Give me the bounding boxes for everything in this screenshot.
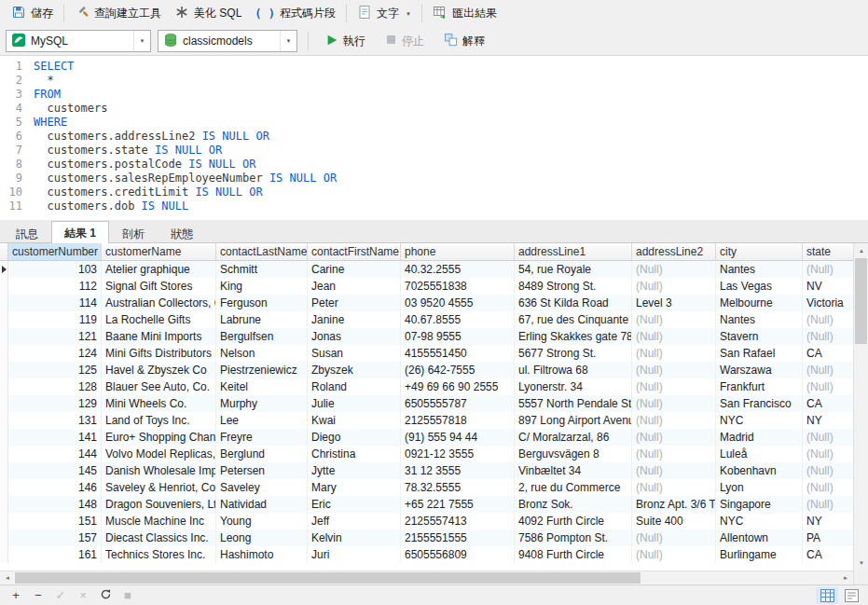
cell-addressLine2[interactable]: (Null) [632,261,716,278]
cell-addressLine1[interactable]: 9408 Furth Circle [515,546,632,563]
cell-customerNumber[interactable]: 119 [8,311,102,328]
cell-addressLine2[interactable]: (Null) [632,429,716,446]
cell-state[interactable]: CA [803,345,853,362]
cell-customerName[interactable]: Baane Mini Imports [102,328,216,345]
cell-addressLine1[interactable]: 636 St Kilda Road [515,295,632,311]
cell-phone[interactable]: 07-98 9555 [401,328,515,345]
cell-city[interactable]: NYC [716,412,803,429]
cell-customerName[interactable]: Dragon Souveniers, Ltd. [102,496,216,513]
cell-addressLine1[interactable]: ul. Filtrowa 68 [515,362,632,378]
cell-city[interactable]: Nantes [716,261,803,278]
cell-contactFirstName[interactable]: Zbyszek [308,362,401,378]
cell-contactFirstName[interactable]: Kelvin [308,529,401,546]
cell-city[interactable]: Kobenhavn [716,462,803,479]
cell-customerNumber[interactable]: 128 [8,378,102,395]
cell-state[interactable]: (Null) [803,479,853,496]
cell-customerNumber[interactable]: 114 [8,295,102,311]
cell-contactFirstName[interactable]: Carine [308,261,401,278]
cell-customerNumber[interactable]: 157 [8,529,102,546]
cell-addressLine1[interactable]: Bronz Sok. [515,496,632,513]
cell-phone[interactable]: (91) 555 94 44 [401,429,515,446]
table-row[interactable]: 146Saveley & Henriot, Co.SaveleyMary78.3… [0,479,853,496]
cell-contactLastName[interactable]: Ferguson [216,295,308,311]
cell-phone[interactable]: 40.32.2555 [401,261,515,278]
cell-addressLine2[interactable]: (Null) [632,328,716,345]
cell-phone[interactable]: 6505556809 [401,546,515,563]
cell-customerName[interactable]: Australian Collectors, Co [102,295,216,311]
tab-status[interactable]: 狀態 [158,222,206,242]
export-result-button[interactable]: 匯出結果 [426,1,503,26]
cell-contactFirstName[interactable]: Roland [308,378,401,395]
cell-customerName[interactable]: Muscle Machine Inc [102,513,216,529]
cell-phone[interactable]: +65 221 7555 [401,496,515,513]
cell-addressLine2[interactable]: (Null) [632,378,716,395]
cell-customerName[interactable]: La Rochelle Gifts [102,311,216,328]
cell-state[interactable]: (Null) [803,462,853,479]
cell-phone[interactable]: 6505555787 [401,395,515,412]
cell-addressLine1[interactable]: 897 Long Airport Avenue [515,412,632,429]
cell-phone[interactable]: 40.67.8555 [401,311,515,328]
cell-addressLine1[interactable]: C/ Moralzarzal, 86 [515,429,632,446]
scroll-down-icon[interactable]: ▼ [854,556,868,571]
cell-addressLine1[interactable]: Lyonerstr. 34 [515,378,632,395]
table-row[interactable]: 131Land of Toys Inc.LeeKwai2125557818897… [0,412,853,429]
table-row[interactable]: 151Muscle Machine IncYoungJeff2125557413… [0,513,853,529]
cell-contactLastName[interactable]: Saveley [216,479,308,496]
cell-contactLastName[interactable]: Young [216,513,308,529]
column-header-addressLine2[interactable]: addressLine2 [632,243,716,260]
refresh-icon[interactable] [95,588,116,603]
cell-customerNumber[interactable]: 124 [8,345,102,362]
cell-addressLine1[interactable]: 67, rue des Cinquante Otages [515,311,632,328]
cell-customerName[interactable]: Mini Wheels Co. [102,395,216,412]
cell-contactFirstName[interactable]: Diego [308,429,401,446]
cell-state[interactable]: (Null) [803,446,853,462]
cell-contactLastName[interactable]: King [216,278,308,295]
cell-state[interactable]: CA [803,395,853,412]
column-header-customerNumber[interactable]: customerNumber [8,243,102,260]
table-row[interactable]: 114Australian Collectors, CoFergusonPete… [0,295,853,311]
cell-contactLastName[interactable]: Murphy [216,395,308,412]
cell-customerName[interactable]: Saveley & Henriot, Co. [102,479,216,496]
cell-contactLastName[interactable]: Natividad [216,496,308,513]
table-row[interactable]: 157Diecast Classics Inc.LeongKelvin21555… [0,529,853,546]
cell-addressLine1[interactable]: 54, rue Royale [515,261,632,278]
cell-addressLine1[interactable]: 5677 Strong St. [515,345,632,362]
cell-addressLine1[interactable]: 5557 North Pendale Street [515,395,632,412]
cell-city[interactable]: Frankfurt [716,378,803,395]
cell-state[interactable]: PA [803,529,853,546]
table-row[interactable]: 103Atelier graphiqueSchmittCarine40.32.2… [0,261,853,278]
cell-contactFirstName[interactable]: Mary [308,479,401,496]
cell-state[interactable]: (Null) [803,378,853,395]
cell-phone[interactable]: 78.32.5555 [401,479,515,496]
cell-city[interactable]: Lyon [716,479,803,496]
cell-phone[interactable]: +49 69 66 90 2555 [401,378,515,395]
cell-addressLine2[interactable]: Suite 400 [632,513,716,529]
cell-customerNumber[interactable]: 151 [8,513,102,529]
cell-addressLine2[interactable]: (Null) [632,395,716,412]
cell-state[interactable]: (Null) [803,496,853,513]
vertical-scroll-thumb[interactable] [855,258,867,344]
cell-customerNumber[interactable]: 145 [8,462,102,479]
cell-customerName[interactable]: Volvo Model Replicas, Co [102,446,216,462]
cell-addressLine2[interactable]: (Null) [632,362,716,378]
cell-contactLastName[interactable]: Nelson [216,345,308,362]
table-row[interactable]: 144Volvo Model Replicas, CoBerglundChris… [0,446,853,462]
cell-city[interactable]: Allentown [716,529,803,546]
cell-contactLastName[interactable]: Berglund [216,446,308,462]
cell-state[interactable]: NY [803,513,853,529]
cell-city[interactable]: Luleå [716,446,803,462]
cell-contactFirstName[interactable]: Janine [308,311,401,328]
text-mode-button[interactable]: 文字 ▼ [351,1,418,26]
cell-city[interactable]: Nantes [716,311,803,328]
table-row[interactable]: 112Signal Gift StoresKingJean70255518388… [0,278,853,295]
sql-editor[interactable]: 1SELECT2 *3FROM4 customers5WHERE6 custom… [0,56,868,220]
cell-customerName[interactable]: Land of Toys Inc. [102,412,216,429]
cell-contactLastName[interactable]: Petersen [216,462,308,479]
cell-addressLine2[interactable]: Bronz Apt. 3/6 Tesvikiye [632,496,716,513]
scroll-left-icon[interactable]: ◄ [0,571,15,584]
cell-customerName[interactable]: Diecast Classics Inc. [102,529,216,546]
table-row[interactable]: 148Dragon Souveniers, Ltd.NatividadEric+… [0,496,853,513]
cell-addressLine2[interactable]: (Null) [632,546,716,563]
cell-city[interactable]: Warszawa [716,362,803,378]
cell-contactLastName[interactable]: Schmitt [216,261,308,278]
